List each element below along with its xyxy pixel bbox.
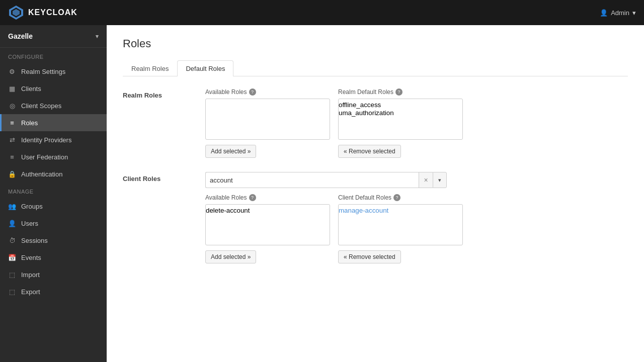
configure-section-label: Configure	[0, 48, 107, 63]
sidebar-item-label: Identity Providers	[21, 136, 71, 144]
client-available-group: Available Roles ? delete-account Add sel…	[205, 194, 330, 263]
client-select-dropdown-button[interactable]: ▾	[433, 172, 447, 188]
client-remove-selected-button[interactable]: « Remove selected	[338, 250, 401, 263]
sidebar-item-clients[interactable]: ▦ Clients	[0, 80, 107, 97]
roles-icon: ≡	[8, 119, 16, 127]
users-icon: 👤	[8, 219, 16, 227]
sidebar-item-user-federation[interactable]: ≡ User Federation	[0, 148, 107, 165]
sidebar-item-identity-providers[interactable]: ⇄ Identity Providers	[0, 131, 107, 148]
client-default-group: Client Default Roles ? manage-account « …	[338, 194, 463, 263]
sidebar-item-import[interactable]: ⬚ Import	[0, 266, 107, 283]
main-content: Roles Realm Roles Default Roles Realm Ro…	[107, 25, 644, 362]
groups-icon: 👥	[8, 202, 16, 210]
client-default-label: Client Default Roles ?	[338, 194, 463, 201]
events-icon: 📅	[8, 253, 16, 261]
tab-default-roles[interactable]: Default Roles	[177, 60, 233, 76]
client-scopes-icon: ◎	[8, 102, 16, 110]
sidebar-item-roles[interactable]: ≡ Roles	[0, 114, 107, 131]
realm-settings-icon: ⚙	[8, 67, 16, 75]
realm-roles-section: Realm Roles Available Roles ? Add select…	[123, 88, 628, 158]
import-icon: ⬚	[8, 270, 16, 279]
tabs: Realm Roles Default Roles	[123, 60, 628, 76]
sidebar-item-label: Realm Settings	[21, 68, 65, 75]
client-available-help-icon[interactable]: ?	[249, 194, 256, 201]
sidebar-item-users[interactable]: 👤 Users	[0, 215, 107, 232]
client-available-listbox[interactable]: delete-account	[205, 204, 330, 245]
identity-providers-icon: ⇄	[8, 136, 16, 144]
user-menu[interactable]: 👤 Admin ▾	[600, 9, 636, 17]
tab-realm-roles[interactable]: Realm Roles	[123, 60, 177, 76]
client-available-label: Available Roles ?	[205, 194, 330, 201]
client-default-listbox[interactable]: manage-account	[338, 204, 463, 245]
sidebar-item-authentication[interactable]: 🔒 Authentication	[0, 165, 107, 183]
authentication-icon: 🔒	[8, 170, 16, 178]
realm-available-help-icon[interactable]: ?	[249, 88, 256, 96]
sidebar-item-label: Users	[21, 220, 38, 227]
sidebar-item-label: Groups	[21, 203, 43, 210]
topnav: KEYCLOAK 👤 Admin ▾	[0, 0, 644, 25]
sidebar-item-label: Sessions	[21, 237, 48, 244]
list-item[interactable]: manage-account	[339, 207, 462, 215]
sidebar-item-realm-settings[interactable]: ⚙ Realm Settings	[0, 63, 107, 80]
sidebar-item-label: Authentication	[21, 170, 62, 178]
realm-roles-boxes-row: Available Roles ? Add selected » Realm D…	[205, 88, 628, 158]
realm-roles-controls: Available Roles ? Add selected » Realm D…	[205, 88, 628, 158]
page-title: Roles	[123, 37, 628, 50]
sidebar-item-label: Clients	[21, 85, 41, 93]
sidebar-item-events[interactable]: 📅 Events	[0, 249, 107, 266]
keycloak-logo-icon	[8, 5, 24, 21]
sidebar-item-label: Roles	[21, 119, 38, 127]
sidebar-item-label: Export	[21, 288, 40, 296]
sidebar-item-export[interactable]: ⬚ Export	[0, 283, 107, 300]
sidebar-item-groups[interactable]: 👥 Groups	[0, 198, 107, 215]
export-icon: ⬚	[8, 288, 16, 296]
sidebar: Gazelle ▾ Configure ⚙ Realm Settings ▦ C…	[0, 25, 107, 362]
brand-name: KEYCLOAK	[28, 8, 77, 17]
sidebar-item-label: Events	[21, 254, 41, 261]
client-roles-label: Client Roles	[123, 172, 193, 263]
sidebar-item-label: User Federation	[21, 153, 68, 161]
list-item[interactable]: delete-account	[206, 207, 330, 215]
realm-available-label: Available Roles ?	[205, 88, 330, 96]
user-federation-icon: ≡	[8, 153, 16, 161]
brand: KEYCLOAK	[8, 5, 77, 21]
realm-name: Gazelle	[8, 32, 33, 40]
sidebar-item-client-scopes[interactable]: ◎ Client Scopes	[0, 97, 107, 114]
client-select-clear-button[interactable]: ×	[419, 172, 433, 188]
client-selector: × ▾	[205, 172, 447, 188]
realm-default-help-icon[interactable]: ?	[395, 88, 403, 96]
sessions-icon: ⏱	[8, 236, 16, 244]
client-select-input[interactable]	[205, 172, 419, 188]
user-chevron-icon: ▾	[632, 9, 636, 17]
client-roles-boxes-row: Available Roles ? delete-account Add sel…	[205, 194, 628, 263]
sidebar-item-label: Import	[21, 271, 40, 279]
client-roles-section: Client Roles × ▾ Available Roles ?	[123, 172, 628, 263]
realm-roles-label: Realm Roles	[123, 88, 193, 158]
manage-section-label: Manage	[0, 183, 107, 198]
realm-default-label: Realm Default Roles ?	[338, 88, 463, 96]
realm-add-selected-button[interactable]: Add selected »	[205, 145, 256, 158]
realm-default-group: Realm Default Roles ? offline_access uma…	[338, 88, 463, 158]
clients-icon: ▦	[8, 84, 16, 93]
client-roles-controls: × ▾ Available Roles ? delete-account Add…	[205, 172, 628, 263]
realm-available-group: Available Roles ? Add selected »	[205, 88, 330, 158]
list-item[interactable]: offline_access	[339, 101, 462, 109]
realm-remove-selected-button[interactable]: « Remove selected	[338, 145, 401, 158]
sidebar-item-sessions[interactable]: ⏱ Sessions	[0, 232, 107, 249]
user-label: Admin	[611, 9, 629, 17]
list-item[interactable]: uma_authorization	[339, 109, 462, 117]
sidebar-item-label: Client Scopes	[21, 102, 61, 110]
realm-chevron-icon: ▾	[96, 33, 99, 40]
client-add-selected-button[interactable]: Add selected »	[205, 250, 256, 263]
client-default-help-icon[interactable]: ?	[393, 194, 400, 201]
realm-default-listbox[interactable]: offline_access uma_authorization	[338, 99, 463, 140]
realm-selector[interactable]: Gazelle ▾	[0, 25, 107, 48]
user-icon: 👤	[600, 9, 608, 17]
realm-available-listbox[interactable]	[205, 99, 330, 140]
